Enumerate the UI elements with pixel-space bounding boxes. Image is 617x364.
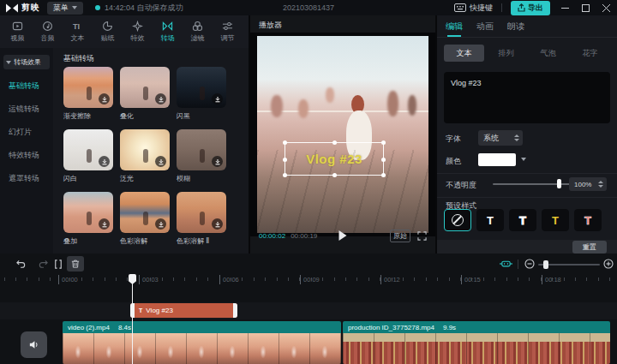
timeline-ruler[interactable]: 00:00 00:03 00:06 00:09 00:12 00:15 00:1…	[0, 274, 617, 286]
download-icon[interactable]	[212, 156, 223, 167]
selection-handle[interactable]	[332, 140, 337, 145]
tab-sticker[interactable]: 贴纸	[93, 21, 123, 43]
tab-edit[interactable]: 编辑	[446, 16, 463, 37]
transition-item[interactable]: 渐变擦除	[63, 67, 113, 121]
transition-thumbnail[interactable]	[177, 129, 226, 170]
transition-item[interactable]: 闪白	[63, 129, 113, 183]
download-icon[interactable]	[155, 93, 166, 104]
transition-item[interactable]: 模糊	[177, 129, 226, 183]
opacity-stepper[interactable]	[598, 181, 603, 188]
transition-item[interactable]: 泛光	[120, 129, 170, 183]
tab-animation[interactable]: 动画	[476, 16, 494, 37]
text-content-input[interactable]: Vlog #23	[444, 72, 610, 123]
download-icon[interactable]	[99, 156, 110, 167]
redo-button[interactable]	[36, 257, 50, 271]
download-icon[interactable]	[212, 93, 223, 104]
transition-item[interactable]: 闪黑	[177, 67, 226, 121]
selection-handle[interactable]	[381, 140, 386, 145]
category-group-header[interactable]: 转场效果	[3, 55, 50, 69]
transition-thumbnail[interactable]	[63, 129, 113, 170]
category-camera[interactable]: 运镜转场	[0, 98, 53, 121]
clip-filename: production ID_3775278.mp4	[348, 324, 434, 331]
preset-red-outline[interactable]: T	[574, 209, 602, 231]
preset-outline-white[interactable]: T	[509, 209, 536, 231]
video-preview[interactable]: Vlog #23	[257, 36, 428, 233]
download-icon[interactable]	[99, 218, 110, 230]
tab-transitions[interactable]: 转场	[153, 21, 183, 43]
text-selection-box[interactable]: Vlog #23	[285, 142, 384, 176]
transition-item[interactable]: 色彩溶解 Ⅱ	[177, 192, 226, 246]
tab-text[interactable]: TI 文本	[63, 21, 93, 43]
undo-button[interactable]	[14, 257, 27, 271]
transition-item[interactable]: 叠加	[63, 192, 113, 246]
transitions-icon	[162, 21, 173, 32]
preset-solid-white[interactable]: T	[476, 209, 504, 231]
preset-none[interactable]	[444, 209, 471, 231]
playhead[interactable]	[132, 274, 133, 364]
close-button[interactable]	[600, 2, 612, 14]
chevron-down-icon[interactable]	[521, 158, 526, 161]
tab-audio[interactable]: 音频	[33, 21, 63, 43]
download-icon[interactable]	[155, 156, 166, 167]
zoom-out-button[interactable]	[523, 257, 536, 271]
menu-button[interactable]: 菜单	[47, 2, 83, 15]
preset-solid-yellow[interactable]: T	[542, 209, 569, 231]
play-button[interactable]	[339, 230, 347, 241]
split-button[interactable]	[51, 257, 65, 271]
clip-duration: 8.4s	[118, 324, 131, 331]
minimize-button[interactable]	[559, 2, 571, 14]
selection-handle[interactable]	[283, 158, 287, 162]
delete-button[interactable]	[67, 256, 84, 272]
selection-handle[interactable]	[283, 140, 287, 145]
selection-handle[interactable]	[381, 158, 386, 162]
transition-label: 色彩溶解	[120, 236, 170, 246]
transition-item[interactable]: 色彩溶解	[120, 192, 170, 246]
opacity-value-box[interactable]: 100%	[569, 177, 607, 191]
preview-axis-toggle[interactable]	[499, 257, 512, 271]
transition-thumbnail[interactable]	[63, 192, 113, 233]
download-icon[interactable]	[155, 218, 166, 230]
quality-button[interactable]: 原始	[390, 230, 410, 242]
reset-button[interactable]: 重置	[572, 241, 607, 254]
video-clip-2[interactable]: production ID_3775278.mp4 9.9s	[343, 321, 610, 364]
opacity-slider-handle[interactable]	[557, 179, 561, 188]
font-select[interactable]: 系统	[478, 130, 523, 146]
transition-thumbnail[interactable]	[177, 67, 226, 108]
category-basic[interactable]: 基础转场	[0, 75, 53, 98]
category-effect[interactable]: 特效转场	[0, 144, 53, 167]
timeline-zoom-handle[interactable]	[543, 260, 548, 269]
zoom-in-button[interactable]	[602, 257, 615, 271]
fullscreen-icon[interactable]	[417, 231, 427, 241]
app-window: 剪映 菜单 14:42:04 自动保存成功 202103081437 快捷键	[0, 0, 617, 364]
overlay-text[interactable]: Vlog #23	[306, 152, 362, 166]
transition-thumbnail[interactable]	[177, 192, 226, 233]
tab-filters[interactable]: 滤镜	[183, 21, 213, 43]
maximize-button[interactable]	[579, 2, 591, 14]
shortcuts-button[interactable]: 快捷键	[454, 3, 493, 14]
subtab-text[interactable]: 文本	[444, 45, 484, 62]
tab-video[interactable]: 视频	[3, 21, 33, 43]
track-mute-button[interactable]	[21, 331, 47, 358]
tab-tts[interactable]: 朗读	[507, 16, 524, 37]
color-swatch[interactable]	[478, 153, 516, 166]
text-clip[interactable]: T Vlog #23	[130, 303, 237, 318]
video-clip-1[interactable]: video (2).mp4 8.4s	[63, 321, 341, 364]
download-icon[interactable]	[99, 93, 110, 104]
transition-item[interactable]: 叠化	[120, 67, 170, 121]
subtab-bubble[interactable]: 气泡	[528, 45, 568, 62]
subtab-fancy[interactable]: 花字	[570, 45, 610, 62]
transition-thumbnail[interactable]	[120, 192, 170, 233]
category-slideshow[interactable]: 幻灯片	[0, 121, 53, 144]
tab-adjust[interactable]: 调节	[213, 21, 243, 43]
media-library-panel: 视频 音频 TI 文本 贴纸	[0, 15, 249, 254]
transition-thumbnail[interactable]	[63, 67, 113, 108]
transition-thumbnail[interactable]	[120, 129, 170, 170]
category-mask[interactable]: 遮罩转场	[0, 167, 53, 190]
transition-thumbnail[interactable]	[120, 67, 170, 108]
tab-effects[interactable]: 特效	[123, 21, 153, 43]
export-button[interactable]: 导出	[511, 1, 550, 15]
subtab-arrange[interactable]: 排列	[486, 45, 526, 62]
font-stepper[interactable]	[514, 134, 519, 141]
download-icon[interactable]	[212, 218, 223, 230]
player-panel: 播放器 Vlog #23	[250, 15, 435, 254]
